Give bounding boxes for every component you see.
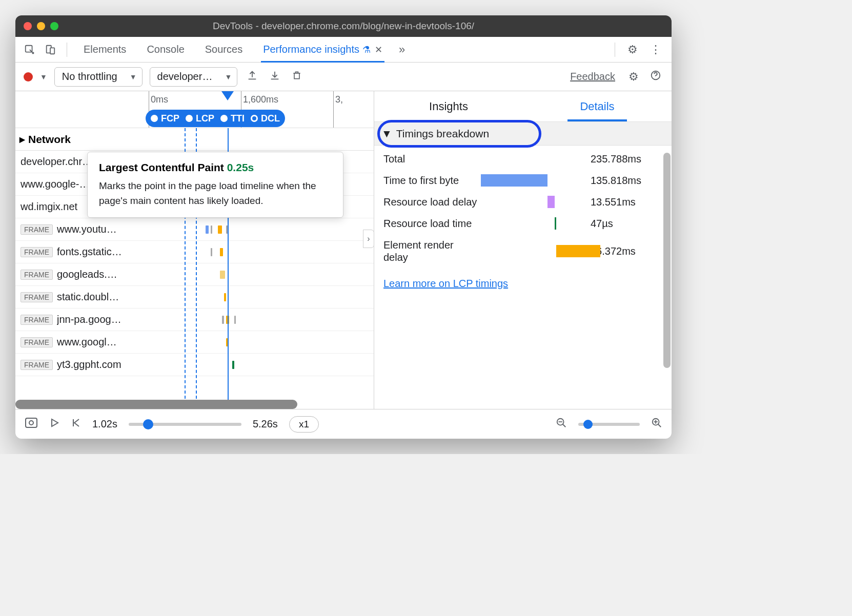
horizontal-scrollbar[interactable] (15, 400, 297, 409)
inspect-icon[interactable] (22, 42, 38, 58)
vertical-scrollbar[interactable] (663, 153, 671, 368)
help-icon[interactable] (648, 70, 663, 84)
import-icon[interactable] (267, 70, 282, 84)
throttling-label: No throttling (62, 71, 117, 83)
svg-rect-2 (50, 48, 54, 54)
tab-performance-insights[interactable]: Performance insights ⚗ ✕ (255, 37, 391, 63)
device-toolbar-icon[interactable] (42, 42, 58, 58)
metric-lcp[interactable]: LCP (186, 113, 214, 124)
flask-icon: ⚗ (362, 44, 371, 55)
skip-back-icon[interactable] (71, 418, 81, 430)
tab-sources[interactable]: Sources (197, 37, 251, 63)
timings-list: Total 235.788ms Time to first byte 135.8… (374, 146, 672, 273)
chevron-down-icon: ▼ (225, 73, 232, 81)
feedback-link[interactable]: Feedback (570, 71, 615, 83)
origin-label: developer… (157, 71, 213, 83)
ruler-tick: 1,600ms (243, 94, 278, 105)
frame-badge: FRAME (21, 292, 53, 302)
network-track (175, 263, 369, 285)
zoom-in-icon[interactable] (651, 417, 662, 431)
tab-label: Elements (84, 44, 126, 55)
timing-total: Total 235.788ms (383, 153, 662, 165)
network-host: googleads.… (57, 269, 175, 280)
frame-badge: FRAME (21, 224, 53, 235)
devtools-tabbar: Elements Console Sources Performance ins… (15, 37, 672, 63)
network-track (175, 309, 369, 331)
total-time: 5.26s (253, 418, 278, 430)
playhead-thumb[interactable] (220, 90, 235, 105)
divider (67, 43, 67, 57)
settings-gear-icon[interactable]: ⚙ (623, 43, 642, 56)
record-menu-icon[interactable]: ▼ (40, 73, 47, 81)
network-row[interactable]: FRAMEwww.youtu… (15, 218, 374, 241)
tooltip-value: 0.25s (227, 161, 254, 173)
details-panel: Insights Details ▼ Timings breakdown Tot… (374, 91, 672, 409)
more-tabs-icon[interactable]: » (399, 43, 405, 56)
traffic-lights (24, 22, 58, 30)
frame-badge: FRAME (21, 360, 53, 370)
network-host: fonts.gstatic… (57, 246, 175, 258)
svg-rect-4 (26, 418, 37, 427)
close-window-button[interactable] (24, 22, 32, 30)
minimize-window-button[interactable] (37, 22, 45, 30)
zoom-window-button[interactable] (50, 22, 58, 30)
tab-console[interactable]: Console (138, 37, 192, 63)
origin-dropdown[interactable]: developer… ▼ (150, 67, 238, 87)
record-button[interactable] (24, 72, 33, 81)
network-track (175, 218, 369, 240)
network-track (175, 354, 369, 376)
network-row[interactable]: FRAMEgoogleads.… (15, 263, 374, 286)
playback-speed[interactable]: x1 (289, 416, 319, 433)
timing-ttfb: Time to first byte 135.818ms (383, 174, 662, 187)
timing-element-render-delay: Element render delay 86.372ms (383, 239, 662, 263)
metric-tti[interactable]: TTI (220, 113, 245, 124)
network-track (175, 241, 369, 263)
current-time: 1.02s (92, 418, 117, 430)
divider (615, 43, 615, 57)
network-row[interactable]: FRAMEstatic.doubl… (15, 286, 374, 309)
tooltip-desc: Marks the point in the page load timelin… (99, 179, 332, 208)
expand-handle[interactable]: › (363, 230, 374, 248)
throttling-dropdown[interactable]: No throttling ▼ (54, 67, 143, 87)
ruler[interactable]: 0ms 1,600ms 3, FCP LCP TTI DCL (15, 91, 374, 128)
chevron-down-icon: ▼ (130, 73, 137, 81)
learn-more-link[interactable]: Learn more on LCP timings (383, 278, 662, 290)
titlebar: DevTools - developer.chrome.com/blog/new… (15, 15, 672, 37)
tab-label: Console (147, 44, 184, 55)
timings-breakdown-header[interactable]: ▼ Timings breakdown (374, 122, 672, 146)
close-tab-icon[interactable]: ✕ (375, 44, 382, 55)
network-host: jnn-pa.goog… (57, 314, 175, 325)
overflow-menu-icon[interactable]: ⋮ (646, 43, 665, 56)
perf-toolbar: ▼ No throttling ▼ developer… ▼ Feedback … (15, 63, 672, 91)
tab-insights[interactable]: Insights (374, 91, 523, 121)
network-section-header[interactable]: ▶ Network (15, 128, 374, 151)
timing-resource-load-time: Resource load time 47µs (383, 217, 662, 230)
tab-details[interactable]: Details (523, 91, 672, 121)
frame-badge: FRAME (21, 270, 53, 280)
playback-slider[interactable] (129, 423, 241, 426)
metric-dcl[interactable]: DCL (251, 113, 280, 124)
tab-label: Sources (205, 44, 242, 55)
lcp-tooltip: Largest Contentful Paint 0.25s Marks the… (87, 152, 343, 218)
svg-point-5 (29, 421, 33, 425)
disclosure-triangle-icon[interactable]: ▶ (19, 135, 25, 143)
section-title: Timings breakdown (396, 128, 489, 140)
export-icon[interactable] (245, 70, 260, 84)
zoom-slider[interactable] (578, 423, 640, 426)
panel-settings-icon[interactable]: ⚙ (626, 70, 641, 84)
metric-fcp[interactable]: FCP (151, 113, 179, 124)
tab-elements[interactable]: Elements (75, 37, 134, 63)
network-row[interactable]: FRAMEfonts.gstatic… (15, 241, 374, 263)
network-row[interactable]: FRAMEyt3.ggpht.com (15, 354, 374, 376)
disclosure-triangle-icon[interactable]: ▼ (381, 128, 392, 140)
trash-icon[interactable] (290, 70, 304, 84)
timeline-panel: 0ms 1,600ms 3, FCP LCP TTI DCL (15, 91, 374, 409)
network-row[interactable]: FRAMEwww.googl… (15, 331, 374, 354)
network-row[interactable]: FRAMEjnn-pa.goog… (15, 309, 374, 331)
frame-badge: FRAME (21, 337, 53, 347)
play-icon[interactable] (49, 418, 59, 430)
preview-icon[interactable] (25, 417, 38, 431)
zoom-out-icon[interactable] (556, 417, 567, 431)
tab-label: Performance insights (263, 44, 359, 55)
right-tabs: Insights Details (374, 91, 672, 122)
